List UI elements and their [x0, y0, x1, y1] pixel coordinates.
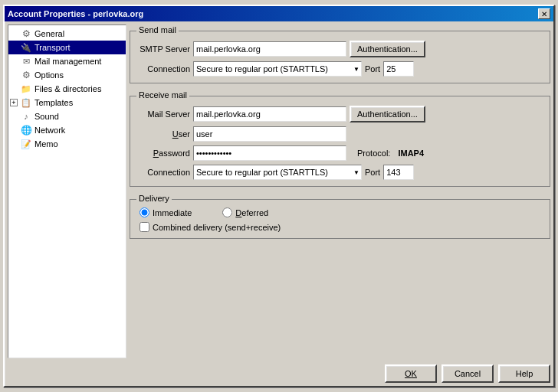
gear-icon: ⚙ [20, 28, 32, 40]
sidebar-item-memo[interactable]: 📝 Memo [8, 137, 126, 151]
password-row: Password Protocol: IMAP4 [136, 145, 543, 161]
deferred-radio-label[interactable]: Deferred [222, 207, 268, 217]
password-label: Password [136, 149, 190, 158]
sidebar-item-options[interactable]: ⚙ Options [8, 68, 126, 82]
send-port-input[interactable] [383, 61, 414, 77]
sidebar-label-network: Network [34, 126, 65, 135]
expand-icon-options [10, 70, 19, 80]
sidebar-label-memo: Memo [34, 139, 58, 149]
cancel-button[interactable]: Cancel [441, 364, 494, 383]
immediate-radio[interactable] [140, 207, 149, 217]
delivery-label: Delivery [136, 194, 172, 203]
sidebar-label-files-dirs: Files & directories [34, 84, 101, 93]
expand-icon-sound [10, 112, 19, 121]
sidebar-label-sound: Sound [34, 112, 59, 121]
mailserver-row: Mail Server Authentication... [136, 106, 543, 122]
main-window: Account Properties - perlovka.org ✕ ⚙ Ge… [3, 5, 555, 387]
sidebar-label-transport: Transport [34, 43, 71, 52]
receive-mail-group: Receive mail Mail Server Authentication.… [130, 96, 550, 187]
bottom-bar: OK Cancel Help [5, 361, 553, 386]
send-connection-select[interactable]: Secure to regular port (STARTTLS) Plain … [193, 61, 362, 77]
sidebar-item-templates[interactable]: + 📋 Templates [8, 96, 126, 109]
send-connection-wrapper: Secure to regular port (STARTTLS) Plain … [193, 61, 362, 77]
send-connection-label: Connection [136, 64, 190, 74]
combined-delivery-label: Combined delivery (send+receive) [153, 223, 281, 232]
immediate-label: Immediate [153, 208, 192, 217]
sidebar-item-sound[interactable]: ♪ Sound [8, 109, 126, 123]
receive-connection-wrapper: Secure to regular port (STARTTLS) Plain … [193, 165, 362, 180]
expand-icon-mail [10, 57, 19, 66]
send-mail-label: Send mail [136, 25, 179, 34]
deferred-radio[interactable] [222, 207, 232, 217]
expand-icon-network [10, 126, 19, 135]
expand-icon-transport [10, 43, 19, 52]
close-button[interactable]: ✕ [538, 8, 550, 19]
password-input[interactable] [193, 145, 346, 161]
immediate-radio-label[interactable]: Immediate [140, 207, 192, 217]
sidebar-item-network[interactable]: 🌐 Network [8, 123, 126, 137]
sidebar-label-options: Options [34, 70, 64, 80]
deferred-label: Deferred [235, 208, 268, 217]
receive-connection-row: Connection Secure to regular port (START… [136, 165, 543, 180]
window-content: ⚙ General 🔌 Transport ✉ Mail management … [5, 21, 553, 361]
main-panel: Send mail SMTP Server Authentication... … [130, 24, 550, 358]
title-bar: Account Properties - perlovka.org ✕ [5, 6, 553, 21]
receive-mail-label: Receive mail [136, 90, 189, 100]
receive-port-label: Port [365, 168, 380, 177]
expand-icon-files [10, 84, 19, 93]
send-mail-group: Send mail SMTP Server Authentication... … [130, 31, 550, 83]
protocol-value: IMAP4 [398, 149, 424, 158]
ok-button[interactable]: OK [385, 364, 437, 383]
delivery-radio-row: Immediate Deferred [140, 207, 540, 217]
smtp-row: SMTP Server Authentication... [136, 41, 543, 57]
protocol-label: Protocol: [357, 149, 390, 158]
receive-connection-label: Connection [136, 168, 190, 177]
folder-icon: 📁 [20, 83, 32, 95]
user-label: User [136, 129, 190, 139]
sound-icon: ♪ [20, 110, 32, 122]
sidebar-item-mail-management[interactable]: ✉ Mail management [8, 54, 126, 68]
combined-delivery-checkbox[interactable] [140, 222, 149, 232]
combined-delivery-row: Combined delivery (send+receive) [140, 222, 540, 232]
send-auth-button[interactable]: Authentication... [350, 41, 425, 57]
sidebar-label-general: General [34, 29, 64, 38]
mailserver-input[interactable] [193, 106, 346, 122]
send-connection-row: Connection Secure to regular port (START… [136, 61, 543, 77]
smtp-label: SMTP Server [136, 44, 190, 54]
sidebar-label-mail-management: Mail management [34, 57, 101, 66]
receive-port-input[interactable] [383, 165, 414, 180]
window-title: Account Properties - perlovka.org [8, 9, 143, 18]
smtp-input[interactable] [193, 41, 346, 57]
receive-auth-button[interactable]: Authentication... [350, 106, 425, 122]
sidebar-item-files-dirs[interactable]: 📁 Files & directories [8, 82, 126, 96]
receive-connection-select[interactable]: Secure to regular port (STARTTLS) Plain … [193, 165, 362, 180]
expand-icon-memo [10, 139, 19, 149]
mail-icon: ✉ [20, 55, 32, 67]
mailserver-label: Mail Server [136, 109, 190, 119]
send-port-label: Port [365, 64, 380, 74]
user-input[interactable] [193, 126, 346, 142]
templates-icon: 📋 [20, 96, 32, 109]
transport-icon: 🔌 [20, 41, 32, 54]
delivery-group: Delivery Immediate Deferred Combined del… [130, 199, 550, 239]
expand-icon-templates[interactable]: + [10, 99, 18, 106]
memo-icon: 📝 [20, 138, 32, 150]
sidebar-label-templates: Templates [34, 98, 73, 107]
sidebar-item-transport[interactable]: 🔌 Transport [8, 41, 126, 54]
sidebar-item-general[interactable]: ⚙ General [8, 27, 126, 41]
expand-icon-general [10, 29, 19, 38]
network-icon: 🌐 [20, 124, 32, 136]
user-row: User [136, 126, 543, 142]
sidebar: ⚙ General 🔌 Transport ✉ Mail management … [8, 24, 126, 358]
options-icon: ⚙ [20, 69, 32, 81]
help-button[interactable]: Help [498, 364, 550, 383]
